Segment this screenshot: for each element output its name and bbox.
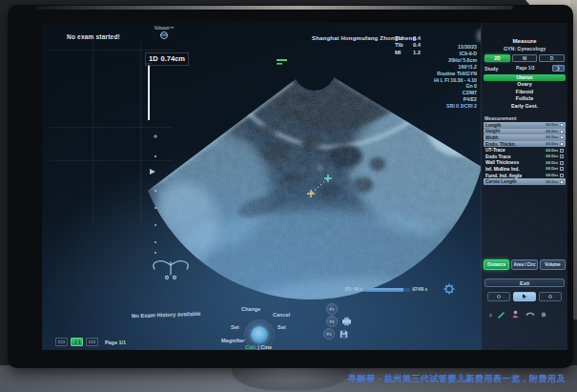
trackball-hub[interactable]: [251, 326, 268, 343]
measurement-item[interactable]: Length0/6 Dist: [484, 122, 566, 129]
trackball-magnifier-label[interactable]: Magnifier: [221, 338, 244, 343]
panel-title: Measure: [482, 37, 567, 44]
trackball-cancel-label[interactable]: Cancel: [273, 312, 290, 318]
ge-logo-icon: GE: [160, 31, 168, 39]
panel-subtitle: GYN: Gynecology: [482, 46, 567, 52]
tab-d[interactable]: D: [539, 54, 565, 62]
imaging-parameters: 11/30/23 IC9-9-D 20Hz/ 5.0cm 160°/1.2 Ro…: [434, 44, 477, 110]
distance-button[interactable]: Distance: [484, 259, 509, 270]
trackball-set-right-label[interactable]: Set: [278, 324, 286, 330]
circle-icon: [548, 295, 552, 299]
status-message: No exam started!: [67, 33, 120, 40]
chevron-right-icon[interactable]: ❯: [552, 65, 565, 72]
phone-icon[interactable]: [525, 311, 535, 319]
study-pager: Study Page 1/3 ❯: [484, 65, 565, 72]
tab-m[interactable]: M: [512, 54, 538, 62]
toggle-circle-left[interactable]: [487, 292, 510, 301]
study-item-early-gest[interactable]: Early Gest.: [484, 103, 566, 110]
area-circ-button[interactable]: Area / Circ: [511, 259, 537, 270]
pkey-p2[interactable]: P2: [326, 316, 338, 327]
pkey-p1[interactable]: P1: [326, 303, 338, 315]
study-item-follicle[interactable]: Follicle: [484, 95, 566, 102]
exit-button[interactable]: Exit: [484, 279, 565, 287]
pen-icon[interactable]: [498, 311, 505, 319]
patient-icon[interactable]: [511, 310, 520, 319]
circle-icon: [497, 295, 501, 299]
voluson-logo: Voluson™ GE: [143, 26, 185, 39]
bezel-highlight: [36, 6, 513, 10]
measurement-item[interactable]: Endo. Thickn.0/6 Dist: [484, 141, 566, 148]
layout-view-icons: [55, 338, 98, 346]
probe-orientation-mark: [277, 59, 287, 65]
pkey-p3[interactable]: P3: [323, 328, 335, 340]
brand-name: Voluson™: [143, 26, 185, 31]
single-view-icon[interactable]: [55, 338, 68, 346]
toggle-cursor[interactable]: [513, 292, 536, 301]
printer-icon[interactable]: [341, 317, 352, 326]
study-item-ovary[interactable]: Ovary: [484, 81, 566, 88]
checkbox[interactable]: [560, 174, 564, 177]
cine-loop-bar: P2: 48 s 97/48 s: [345, 287, 427, 292]
photo-of-ultrasound-monitor: No exam started! Voluson™ GE Shanghai Ho…: [0, 0, 577, 392]
worksheet-page-indicator: Page 1/1: [105, 340, 126, 345]
measurement-ruler: [146, 63, 152, 120]
acoustic-output-indices: TIs0.4 TIb0.4 MI1.2: [395, 35, 421, 56]
monitor-bezel: No exam started! Voluson™ GE Shanghai Ho…: [8, 5, 573, 368]
status-icon-row: a: [489, 309, 567, 320]
trackball-change-label[interactable]: Change: [241, 306, 260, 312]
quad-view-icon[interactable]: [71, 338, 83, 346]
a-icon: a: [489, 312, 492, 318]
measurement-item[interactable]: Endo Trace0/6 Dist: [484, 154, 566, 160]
measure-panel: Measure GYN: Gynecology 2D M D Study Pag…: [481, 23, 567, 350]
distance-readout: 1D0.74cm: [145, 52, 189, 66]
checkbox[interactable]: [560, 180, 564, 184]
checkbox[interactable]: [560, 161, 564, 165]
photo-caption: 寻嗣帮 - 杭州第三代试管婴儿新费用表一览，附费用及: [0, 373, 566, 385]
study-label: Study: [484, 66, 498, 72]
trackball-calc-cine-label[interactable]: Calc | Cine: [245, 344, 272, 350]
trackball-set-left-label[interactable]: Set: [231, 324, 239, 330]
cine-label: P2: 48 s: [345, 287, 362, 292]
study-item-fibroid[interactable]: Fibroid: [484, 89, 566, 95]
study-list: Uterus Ovary Fibroid Follicle Early Gest…: [482, 74, 567, 110]
bodymarker-icon: [154, 261, 189, 279]
checkbox[interactable]: [560, 155, 564, 158]
checkbox[interactable]: [560, 130, 564, 134]
measurement-item[interactable]: Fund. Ind. Angle0/6 Dist: [484, 173, 566, 179]
study-page-indicator: Page 1/3: [498, 66, 552, 71]
measurement-item[interactable]: UT-Trace0/6 Dist: [484, 147, 566, 154]
cine-value: 97/48 s: [412, 287, 427, 292]
measurement-header: Measurement: [484, 115, 567, 121]
mode-tabs: 2D M D: [484, 54, 565, 62]
measure-tools: Distance Area / Circ Volume: [484, 259, 566, 270]
tab-2d[interactable]: 2D: [484, 54, 510, 62]
cursor-arrow-icon: [523, 294, 527, 299]
volume-button[interactable]: Volume: [540, 259, 566, 270]
checkbox[interactable]: [560, 149, 564, 153]
measurement-item[interactable]: Wall Thickness0/6 Dist: [484, 160, 566, 167]
measurement-item[interactable]: Width0/6 Dist: [484, 134, 566, 141]
cine-slider[interactable]: [364, 288, 410, 292]
study-item-uterus[interactable]: Uterus: [484, 74, 566, 81]
measurement-item[interactable]: Inf. Midline Ind.0/6 Dist: [484, 166, 566, 173]
gear-icon[interactable]: [443, 283, 455, 295]
measurement-item[interactable]: Cervix Length0/6 Dist: [484, 178, 566, 185]
ultrasound-screen: No exam started! Voluson™ GE Shanghai Ho…: [42, 23, 567, 350]
measurement-item[interactable]: Height0/6 Dist: [484, 129, 566, 135]
toggle-circle-right[interactable]: [539, 292, 562, 301]
list-view-icon[interactable]: [86, 338, 98, 346]
dot-icon[interactable]: [541, 312, 546, 318]
checkbox[interactable]: [560, 123, 564, 127]
checkbox[interactable]: [560, 142, 564, 146]
save-icon[interactable]: [340, 330, 348, 339]
cine-slider-fill: [364, 288, 403, 292]
checkbox[interactable]: [560, 135, 564, 139]
checkbox[interactable]: [560, 167, 564, 171]
cursor-toggle-group: [487, 292, 562, 301]
